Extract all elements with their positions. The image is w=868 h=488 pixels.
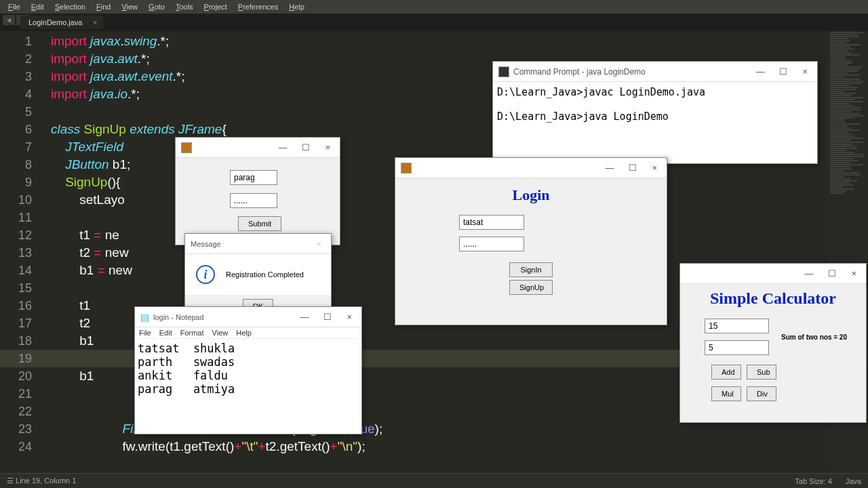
menu-file[interactable]: File [3,1,26,12]
minimize-icon[interactable]: — [751,65,768,78]
minimize-icon[interactable]: — [601,161,618,174]
cmd-title: Command Prompt - java LoginDemo [513,67,646,77]
line-gutter: 123456789101112131415161718192021222324 [0,33,37,455]
close-icon[interactable]: × [93,18,97,26]
notepad-title: login - Notepad [153,313,204,321]
minimize-icon[interactable]: — [274,141,291,154]
menu-edit[interactable]: Edit [26,1,50,12]
status-cursor: Line 19, Column 1 [16,476,76,485]
menu-find[interactable]: Find [91,1,116,12]
div-button[interactable]: Div [747,386,776,401]
info-icon: i [196,265,215,284]
msg-text: Registration Completed [226,270,304,279]
status-lang[interactable]: Java [846,477,861,485]
menu-view[interactable]: View [116,1,143,12]
minimize-icon[interactable]: — [800,267,817,280]
menu-help[interactable]: Help [283,1,310,12]
menu-goto[interactable]: Goto [143,1,170,12]
np-menu-format[interactable]: Format [180,329,204,337]
add-button[interactable]: Add [711,365,741,380]
minimize-icon[interactable]: — [296,310,313,323]
menubar[interactable]: FileEditSelectionFindViewGotoToolsProjec… [0,0,868,14]
java-icon [181,142,192,153]
notepad-menu[interactable]: FileEditFormatViewHelp [135,327,361,339]
mul-button[interactable]: Mul [711,386,741,401]
cmd-body[interactable]: D:\Learn_Java>javac LoginDemo.java D:\Le… [493,82,817,163]
maximize-icon[interactable]: ☐ [824,267,840,280]
status-bar: ☰ Line 19, Column 1 Tab Size: 4Java [0,473,868,488]
np-menu-help[interactable]: Help [236,329,252,337]
np-menu-view[interactable]: View [212,329,229,337]
menu-preferences[interactable]: Preferences [233,1,283,12]
login-user-input[interactable] [459,215,524,230]
calc-heading: Simple Calculator [686,289,861,308]
close-icon[interactable]: × [847,267,861,280]
close-icon[interactable]: × [321,141,334,154]
tab-label: LoginDemo.java [28,18,83,26]
maximize-icon[interactable]: ☐ [319,310,336,323]
close-icon[interactable]: × [342,310,356,323]
close-icon[interactable]: × [648,161,661,174]
msg-title: Message [191,240,221,248]
cmd-window[interactable]: Command Prompt - java LoginDemo—☐× D:\Le… [492,61,818,164]
notepad-icon: ▤ [140,312,149,323]
maximize-icon[interactable]: ☐ [775,65,791,78]
nav-back[interactable]: ◄ [3,15,15,25]
close-icon[interactable]: × [312,237,326,250]
calc-input-2[interactable] [705,340,769,355]
tab-active[interactable]: LoginDemo.java× [20,16,103,29]
signup-button[interactable]: SignUp [509,280,553,295]
java-icon [401,163,412,174]
sub-button[interactable]: Sub [747,365,776,380]
login-window[interactable]: —☐× Login SignIn SignUp [395,157,667,325]
menu-project[interactable]: Project [199,1,233,12]
submit-button[interactable]: Submit [238,216,281,231]
calculator-window[interactable]: —☐× Simple Calculator Sum of two nos = 2… [679,263,867,423]
login-pass-input[interactable] [459,237,524,251]
cmd-icon [498,66,509,77]
menu-tools[interactable]: Tools [170,1,199,12]
status-tabsize[interactable]: Tab Size: 4 [795,477,831,485]
code-editor[interactable]: 123456789101112131415161718192021222324 … [0,31,868,33]
np-menu-edit[interactable]: Edit [159,329,172,337]
maximize-icon[interactable]: ☐ [625,161,641,174]
signup-pass-input[interactable] [230,193,277,208]
calc-input-1[interactable] [705,319,769,333]
signup-window[interactable]: —☐× Submit [175,137,340,245]
signup-user-input[interactable] [230,170,277,185]
np-menu-file[interactable]: File [139,329,151,337]
signin-button[interactable]: SignIn [509,262,553,277]
notepad-body[interactable]: tatsat shukla parth swadas ankit faldu p… [135,339,361,434]
tab-bar: LoginDemo.java× [0,14,868,31]
notepad-window[interactable]: ▤login - Notepad—☐× FileEditFormatViewHe… [134,306,362,434]
maximize-icon[interactable]: ☐ [298,141,314,154]
login-heading: Login [512,186,549,204]
close-icon[interactable]: × [798,65,812,78]
calc-result: Sum of two nos = 20 [781,333,847,341]
menu-selection[interactable]: Selection [50,1,91,12]
